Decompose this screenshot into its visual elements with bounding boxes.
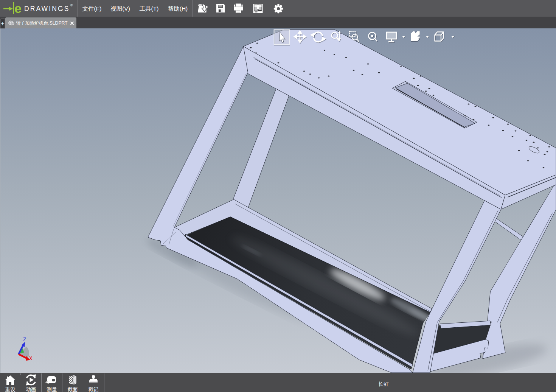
- svg-text:测量: 测量: [47, 387, 57, 392]
- svg-text:DRAWINGS: DRAWINGS: [24, 5, 70, 12]
- svg-text:e: e: [14, 1, 22, 16]
- svg-text:工具(T): 工具(T): [140, 5, 159, 12]
- svg-text:®: ®: [70, 3, 73, 7]
- svg-text:长虹: 长虹: [378, 381, 389, 387]
- svg-text:文件(F): 文件(F): [82, 5, 102, 12]
- svg-text:帮助(H): 帮助(H): [168, 5, 188, 12]
- svg-text:Z: Z: [23, 337, 26, 343]
- svg-text:+: +: [1, 20, 4, 27]
- svg-text:戳记: 戳记: [89, 387, 99, 392]
- svg-text:X: X: [29, 356, 33, 362]
- svg-text:转子加热炉机台.SLDPRT: 转子加热炉机台.SLDPRT: [16, 20, 68, 26]
- svg-text:视图(V): 视图(V): [110, 5, 130, 12]
- svg-text:动画: 动画: [26, 387, 36, 392]
- svg-text:截面: 截面: [68, 387, 78, 392]
- svg-text:重设: 重设: [5, 387, 16, 392]
